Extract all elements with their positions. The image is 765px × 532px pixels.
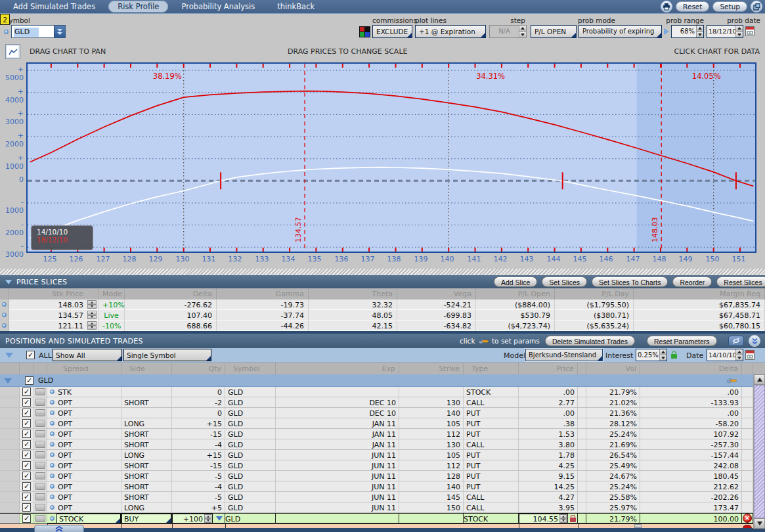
row-checkbox[interactable] [22,493,31,501]
slice-cell-stk_price[interactable]: 121.11 [9,321,98,331]
position-row[interactable]: OPTSHORT-15GLDJUN 11112PUT4.2525.49%242.… [0,460,765,471]
row-mini-button[interactable] [35,493,45,500]
row-checkbox[interactable] [22,461,31,470]
slice-price-spinner[interactable] [87,300,97,309]
slice-price-spinner[interactable] [87,321,97,330]
row-mini-button[interactable] [35,451,45,458]
row-mini-button[interactable] [35,515,45,522]
sim-price-spinner[interactable]: 104.55 [519,514,568,523]
collapse-all-button[interactable] [749,335,760,347]
positions-header-type[interactable]: Type [464,363,519,374]
position-row[interactable]: OPTSHORT-5GLDJUN 11128PUT9.1524.67%180.4… [0,471,765,481]
roll-positions-button[interactable] [728,336,744,346]
tab-add-simulated-trades[interactable]: Add Simulated Trades [4,1,104,12]
print-button[interactable] [661,1,672,12]
row-checkbox[interactable] [22,419,31,428]
slices-header-margin[interactable]: Margin Req [634,288,765,299]
collapse-group-icon[interactable] [4,378,12,384]
slices-header-pl_day[interactable]: P/L Day [555,288,634,299]
reset-button[interactable]: Reset [676,1,709,12]
set-slices-to-charts-button[interactable]: Set Slices To Charts [592,277,668,287]
sim-spread-dropdown[interactable]: STOCK [56,514,121,523]
collapse-price-slices-icon[interactable] [5,280,12,284]
position-row[interactable]: OPTLONG+5GLDJUN 11150CALL3.9525.97%173.4… [0,502,765,513]
row-mini-button[interactable] [35,504,45,511]
position-row[interactable]: OPT0GLDDEC 10140PUT.0021.36%.00 [0,408,765,418]
setup-button[interactable]: Setup [712,1,747,12]
tab-probability-analysis[interactable]: Probability Analysis [172,1,264,12]
chart-canvas[interactable]: 134.57148.0338.19%34.31%14.05% [28,64,755,252]
row-mini-button[interactable] [35,462,45,469]
qty-spin-buttons[interactable] [204,514,211,523]
tab-risk-profile[interactable]: Risk Profile [108,1,168,12]
row-checkbox[interactable] [22,451,31,459]
sim-qty-spinner[interactable]: +100 [172,514,213,523]
sim-date-calendar-icon[interactable] [745,350,754,360]
positions-header-delta[interactable]: Delta [640,363,742,374]
group-wrench-icon[interactable] [726,377,737,386]
add-slice-button[interactable]: Add Slice [494,277,537,287]
pl-mode-dropdown[interactable]: P/L OPEN [531,25,577,38]
reset-slices-button[interactable]: Reset Slices [716,277,765,287]
symbol-count-badge[interactable]: 2 [0,14,10,25]
slices-header-mode[interactable]: Mode [98,288,125,299]
reset-parameters-button[interactable]: Reset Parameters [647,336,717,346]
group-checkbox[interactable] [25,376,33,385]
symbol-dropdown-button[interactable] [54,26,65,37]
sim-side-dropdown[interactable]: BUY [121,514,171,523]
simulated-trade-row[interactable]: STOCKBUY+100GLDSTOCK104.5521.79%100.00× [0,513,765,523]
row-mini-button[interactable] [35,472,45,479]
all-checkbox[interactable] [26,351,35,359]
row-mini-button[interactable] [35,409,45,416]
position-row[interactable]: STK0GLDSTOCK.0021.79%.00 [0,387,765,397]
expand-prob-arrow-icon[interactable] [664,28,669,35]
slice-dot-icon[interactable] [2,313,7,317]
slices-header-theta[interactable]: Theta [309,288,397,299]
row-checkbox[interactable] [22,482,31,491]
positions-header-spread[interactable]: Spread [47,363,121,374]
position-row[interactable]: OPTSHORT-5GLDJUN 11145CALL4.2725.58%-202… [0,492,765,502]
positions-header-vol[interactable]: Vol [586,363,640,374]
slices-header-vega[interactable]: Vega [397,288,476,299]
row-checkbox[interactable] [22,503,31,512]
position-row[interactable]: OPTLONG+15GLDJAN 11105PUT.3828.12%-58.20 [0,418,765,429]
row-checkbox[interactable] [22,409,31,417]
set-slices-button[interactable]: Set Slices [542,277,587,287]
panel-splitter[interactable] [0,269,765,275]
positions-header-exp[interactable]: Exp [276,363,399,374]
slice-cell-stk_price[interactable]: 148.03 [9,299,98,310]
show-all-dropdown[interactable]: Show All [53,349,122,361]
row-mini-button[interactable] [35,420,45,427]
collapse-positions-icon[interactable] [5,353,13,358]
row-checkbox[interactable] [22,398,31,407]
scrollbar-track[interactable] [754,385,765,518]
delete-simulated-trades-button[interactable]: Delete Simulated Trades [545,336,635,346]
position-row[interactable]: OPTSHORT-4GLDJUN 11140PUT14.2525.24%212.… [0,481,765,492]
row-checkbox[interactable] [22,514,31,523]
prob-range-spinner[interactable]: 68% [671,25,704,38]
positions-scrollbar[interactable] [753,374,764,529]
position-row[interactable]: OPTSHORT-15GLDJAN 11112PUT1.5325.24%107.… [0,429,765,439]
slices-header-stk_price[interactable]: Stk Price [9,288,98,299]
slices-header-pl_open[interactable]: P/L Open [476,288,555,299]
symbol-input[interactable]: GLD [11,25,66,38]
row-checkbox[interactable] [22,472,31,480]
position-row[interactable]: OPTLONG+15GLDJUN 11105PUT1.7826.54%-157.… [0,450,765,460]
color-grid-icon[interactable] [359,26,370,37]
position-row[interactable]: OPTSHORT-4GLDJAN 11130CALL3.8021.69%-257… [0,439,765,450]
row-mini-button[interactable] [35,430,45,437]
row-checkbox[interactable] [22,388,31,396]
position-row[interactable]: OPTSHORT-2GLDDEC 10130CALL2.7721.02%-133… [0,397,765,408]
positions-header-qty[interactable]: Qty [172,363,225,374]
scroll-down-button[interactable] [754,518,765,529]
reorder-button[interactable]: Reorder [672,277,712,287]
scroll-up-button[interactable] [754,374,765,385]
single-symbol-dropdown[interactable]: Single Symbol [123,349,211,361]
positions-header-side[interactable]: Side [121,363,172,374]
interest-spinner[interactable]: 0.25% [636,349,667,361]
commissions-dropdown[interactable]: EXCLUDE [372,25,412,38]
plot-lines-dropdown[interactable]: +1 @ Expiration [415,25,486,38]
detach-button[interactable] [751,1,762,12]
prob-date-calendar-icon[interactable] [745,26,754,36]
prob-date-spinner[interactable]: 18/12/10 [707,25,743,38]
